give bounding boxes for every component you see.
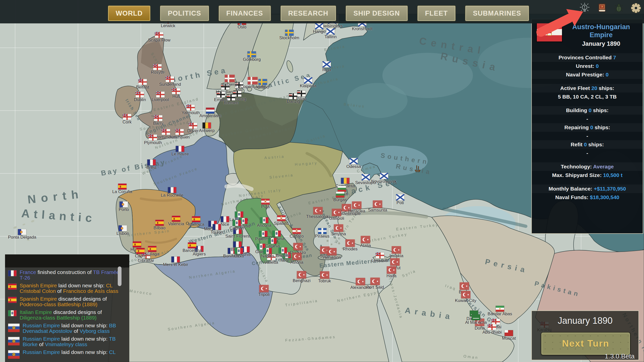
tab-world[interactable]: WORLD bbox=[108, 5, 151, 21]
map-city-marker[interactable]: Bandar Abas bbox=[488, 306, 512, 316]
map-city-marker[interactable]: Olbia bbox=[234, 248, 244, 259]
map-city-marker[interactable]: Antwerp bbox=[199, 122, 215, 133]
map-city-marker[interactable]: Poti bbox=[396, 194, 405, 205]
map-city-marker[interactable]: Cattaro bbox=[290, 228, 304, 239]
map-city-marker[interactable]: Sunderland bbox=[159, 76, 181, 87]
log-entry[interactable]: Italian Empire discarded designs of Dili… bbox=[8, 309, 123, 321]
map-city-marker[interactable]: Burgas bbox=[333, 192, 347, 202]
map-city-marker[interactable]: Klaipeda bbox=[300, 77, 316, 88]
map-city-marker[interactable]: Dublin bbox=[134, 92, 146, 102]
map-city-marker[interactable]: Novorossiysk bbox=[371, 173, 396, 184]
map-city-marker[interactable]: Amsterdam bbox=[199, 108, 221, 118]
log-entry[interactable]: Spanish Empire laid down new ship: CL Cr… bbox=[8, 283, 123, 294]
map-city-marker[interactable]: Pillau bbox=[296, 90, 307, 101]
map-city-marker[interactable]: Málaga bbox=[145, 246, 159, 257]
map-city-marker[interactable]: Tripoli bbox=[258, 285, 270, 297]
map-city-marker[interactable]: Al Manama bbox=[465, 314, 487, 325]
tab-fleet[interactable]: FLEET bbox=[417, 5, 456, 21]
map-city-marker[interactable]: Limassol bbox=[371, 252, 388, 263]
map-city-marker[interactable]: Avlona bbox=[290, 253, 303, 265]
map-city-marker[interactable]: Catania bbox=[265, 238, 280, 249]
map-city-marker[interactable]: Port Said bbox=[366, 278, 384, 290]
map-city-marker[interactable]: Lisbon bbox=[116, 225, 129, 236]
map-city-marker[interactable]: Cádiz bbox=[135, 248, 146, 259]
map-city-marker[interactable]: Naples bbox=[261, 248, 274, 259]
map-city-marker[interactable]: Brest bbox=[146, 159, 156, 170]
map-city-marker[interactable]: Ponta Delgada bbox=[8, 229, 36, 240]
manual-book-icon[interactable]: ? bbox=[596, 3, 607, 14]
map-city-marker[interactable]: Barcelona bbox=[183, 242, 202, 253]
log-entry[interactable]: Russian Empire laid down new ship: BB Dv… bbox=[8, 323, 123, 334]
map-city-marker[interactable]: Valencia bbox=[168, 216, 184, 227]
map-city-marker[interactable]: Mallorca bbox=[188, 216, 204, 227]
map-city-marker[interactable]: Scapa Flow bbox=[148, 32, 171, 43]
map-city-marker[interactable]: Tobruk bbox=[318, 271, 331, 284]
tab-research[interactable]: RESEARCH bbox=[280, 5, 337, 21]
city-label: Al Manama bbox=[465, 320, 487, 325]
city-flag-icon bbox=[488, 324, 496, 330]
map-city-marker[interactable]: Benghazi bbox=[293, 271, 311, 283]
map-city-marker[interactable]: Odessa bbox=[346, 158, 361, 169]
bug-report-icon[interactable] bbox=[613, 3, 624, 14]
city-label: Thessaloniki bbox=[306, 214, 330, 219]
settings-gear-icon[interactable] bbox=[630, 3, 641, 14]
map-city-marker[interactable]: Emden bbox=[214, 92, 228, 102]
map-city-marker[interactable]: Haifa bbox=[386, 266, 396, 279]
tab-finances[interactable]: FINANCES bbox=[218, 5, 271, 21]
map-city-marker[interactable]: Tallinn bbox=[325, 28, 337, 39]
city-label: Sunderland bbox=[159, 82, 181, 87]
map-city-marker[interactable]: Rosyth bbox=[151, 64, 164, 75]
map-city-marker[interactable]: Hull bbox=[172, 88, 180, 99]
map-city-marker[interactable]: Thessaloniki bbox=[306, 207, 330, 219]
map-city-marker[interactable]: Kuwait City bbox=[455, 291, 476, 303]
map-city-marker[interactable]: Latakia bbox=[390, 246, 404, 258]
map-city-marker[interactable]: Esbjerg bbox=[222, 75, 237, 87]
map-city-marker[interactable]: Göteborg bbox=[243, 51, 261, 62]
map-city-marker[interactable]: Yarmouth bbox=[182, 105, 200, 115]
map-city-marker[interactable]: Muscat bbox=[502, 330, 516, 341]
map-city-marker[interactable]: Spalato bbox=[274, 215, 289, 226]
map-city-marker[interactable]: Heraklion bbox=[323, 248, 341, 260]
map-city-marker[interactable]: Nice bbox=[221, 216, 229, 227]
hint-lightbulb-icon[interactable] bbox=[579, 3, 590, 14]
map-city-marker[interactable]: Pula bbox=[261, 199, 270, 209]
map-city-marker[interactable]: Ancona bbox=[257, 217, 271, 228]
map-city-marker[interactable]: Piraeus bbox=[315, 228, 330, 239]
map-city-marker[interactable]: Barry bbox=[153, 115, 164, 126]
map-city-marker[interactable]: Cagliari bbox=[229, 220, 244, 231]
map-city-marker[interactable]: Atalia bbox=[360, 236, 371, 248]
map-city-marker[interactable]: Heraclea bbox=[348, 201, 365, 214]
log-entry[interactable]: Russian Empire laid down new ship: CL bbox=[8, 349, 123, 360]
map-city-marker[interactable]: Le Havre bbox=[172, 146, 189, 157]
map-city-marker[interactable]: La Coruña bbox=[112, 184, 132, 194]
map-city-marker[interactable]: Riga bbox=[323, 61, 331, 72]
log-entry[interactable]: France finished construction of TB Framé… bbox=[8, 269, 123, 281]
tab-politics[interactable]: POLITICS bbox=[160, 5, 209, 21]
log-entry[interactable]: Spanish Empire discarded designs of Pode… bbox=[8, 296, 123, 307]
map-city-marker[interactable]: Liverpool bbox=[152, 92, 169, 102]
map-city-marker[interactable]: Gallipoli bbox=[329, 209, 344, 221]
map-city-marker[interactable]: Abu dhabi bbox=[482, 324, 502, 335]
map-city-marker[interactable]: La Rochelle bbox=[161, 187, 183, 198]
map-city-marker[interactable]: Stockholm bbox=[279, 30, 299, 40]
map-city-marker[interactable]: Copenhagen bbox=[240, 77, 265, 89]
tab-submarines[interactable]: SUBMARINES bbox=[465, 5, 529, 21]
city-flag-icon bbox=[235, 211, 243, 217]
next-turn-button[interactable]: Next Turn bbox=[541, 332, 630, 355]
map-city-marker[interactable]: Porto bbox=[119, 201, 129, 212]
map-city-marker[interactable]: Plymouth bbox=[144, 134, 162, 145]
map-city-marker[interactable]: Samsunta bbox=[368, 200, 387, 213]
map-city-marker[interactable]: Rhodes bbox=[343, 239, 358, 252]
map-city-marker[interactable]: Belfast bbox=[136, 79, 149, 90]
map-city-marker[interactable]: Mers el Kebir bbox=[163, 256, 188, 267]
log-entry[interactable]: Russian Empire laid down new ship: TB Bi… bbox=[8, 336, 123, 347]
tab-ship-design[interactable]: SHIP DESIGN bbox=[345, 5, 408, 21]
map-city-marker[interactable]: Brindisi bbox=[276, 247, 290, 258]
map-city-marker[interactable]: Bilbao bbox=[153, 220, 165, 231]
log-entry-flag-icon bbox=[8, 284, 17, 291]
map-city-marker[interactable]: Smyrna bbox=[331, 224, 346, 237]
map-city-marker[interactable]: Hango bbox=[313, 23, 326, 34]
scrollbar-thumb[interactable] bbox=[118, 266, 122, 286]
event-log-scrollbar[interactable] bbox=[118, 266, 122, 339]
map-city-marker[interactable]: Cork bbox=[123, 114, 132, 125]
